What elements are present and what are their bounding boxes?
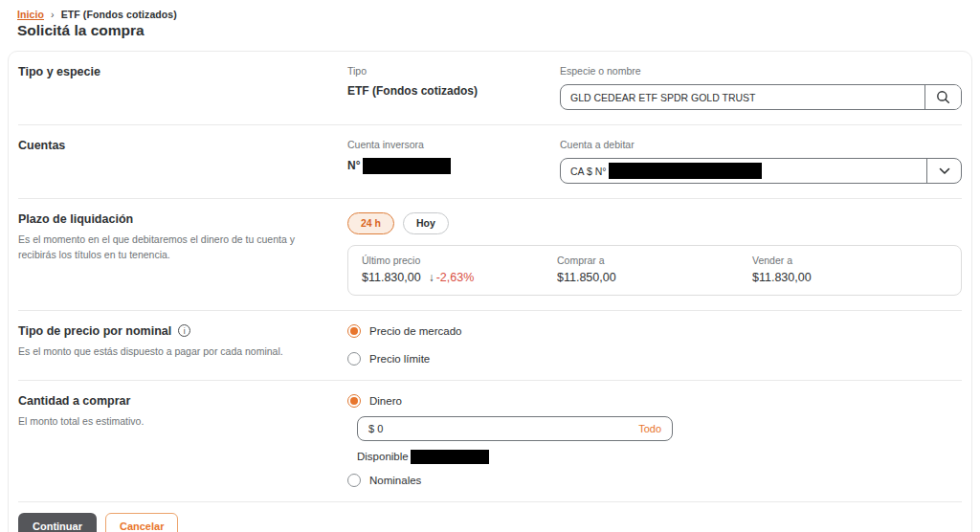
section-plazo-description: Es el momento en el que debitaremos el d… bbox=[18, 233, 324, 263]
radio-unchecked-icon bbox=[347, 352, 361, 366]
cuenta-inversora-field: Cuenta inversora N° bbox=[347, 139, 560, 184]
redacted-account-number bbox=[363, 158, 451, 174]
tipo-precio-options: Precio de mercado Precio límite bbox=[347, 324, 962, 366]
price-ultimo-value: $11.830,00↓-2,63% bbox=[362, 271, 557, 284]
section-tipo-especie-header: Tipo y especie bbox=[18, 65, 347, 110]
disponible-line: Disponible bbox=[357, 450, 962, 464]
amount-value: $ 0 bbox=[368, 423, 383, 434]
todo-button[interactable]: Todo bbox=[638, 423, 661, 434]
breadcrumb-separator-icon: › bbox=[51, 9, 55, 20]
cuenta-debitar-field: Cuenta a debitar CA $ N° bbox=[560, 139, 962, 184]
section-title-cantidad: Cantidad a comprar bbox=[18, 394, 324, 408]
redacted-debit-account bbox=[609, 163, 762, 179]
radio-unchecked-icon bbox=[347, 474, 361, 487]
section-plazo-header: Plazo de liquidación Es el momento en el… bbox=[18, 212, 347, 296]
radio-checked-icon bbox=[347, 324, 361, 338]
especie-search-value: GLD CEDEAR ETF SPDR GOLD TRUST bbox=[561, 85, 924, 109]
arrow-down-icon: ↓ bbox=[429, 271, 434, 284]
cuenta-debitar-label: Cuenta a debitar bbox=[560, 139, 962, 150]
search-button[interactable] bbox=[924, 85, 961, 109]
section-title-plazo: Plazo de liquidación bbox=[18, 212, 324, 226]
cuenta-debitar-select[interactable]: CA $ N° bbox=[560, 158, 962, 184]
section-cuentas: Cuentas Cuenta inversora N° Cuenta a deb… bbox=[18, 125, 962, 199]
info-icon[interactable]: i bbox=[178, 324, 190, 337]
section-cantidad-header: Cantidad a comprar El monto total es est… bbox=[18, 394, 347, 487]
section-plazo: Plazo de liquidación Es el momento en el… bbox=[18, 199, 962, 311]
price-comprar-label: Comprar a bbox=[557, 255, 752, 266]
cuenta-inversora-value: N° bbox=[347, 158, 560, 174]
page-title: Solicitá la compra bbox=[17, 22, 980, 39]
section-cuentas-header: Cuentas bbox=[18, 139, 347, 184]
cuenta-debitar-prefix: CA $ N° bbox=[570, 166, 606, 177]
section-title-cuentas: Cuentas bbox=[18, 139, 324, 152]
tipo-value: ETF (Fondos cotizados) bbox=[347, 84, 560, 98]
breadcrumb-home-link[interactable]: Inicio bbox=[17, 9, 44, 20]
price-vender: Vender a $11.830,00 bbox=[752, 255, 947, 284]
plazo-content: 24 h Hoy Último precio $11.830,00↓-2,63%… bbox=[347, 212, 962, 296]
form-actions: Continuar Cancelar bbox=[18, 502, 962, 532]
section-title-tipo-especie: Tipo y especie bbox=[18, 65, 324, 78]
price-ultimo-amount: $11.830,00 bbox=[362, 271, 421, 284]
cancel-button[interactable]: Cancelar bbox=[105, 513, 178, 532]
cantidad-content: Dinero $ 0 Todo Disponible Nominales bbox=[347, 394, 962, 487]
radio-nominales-label: Nominales bbox=[369, 475, 421, 486]
price-comprar-value: $11.850,00 bbox=[557, 271, 752, 284]
radio-dinero-label: Dinero bbox=[369, 395, 402, 407]
disponible-label: Disponible bbox=[357, 450, 409, 461]
continue-button[interactable]: Continuar bbox=[18, 513, 97, 532]
radio-precio-limite[interactable]: Precio límite bbox=[347, 352, 962, 366]
tipo-field: Tipo ETF (Fondos cotizados) bbox=[347, 65, 560, 110]
search-icon bbox=[936, 90, 950, 104]
section-title-tipo-precio: Tipo de precio por nominal i bbox=[18, 324, 324, 338]
section-tipo-precio-header: Tipo de precio por nominal i Es el monto… bbox=[18, 324, 347, 366]
chip-hoy[interactable]: Hoy bbox=[403, 212, 449, 234]
breadcrumb: Inicio › ETF (Fondos cotizados) bbox=[17, 9, 980, 20]
radio-checked-icon bbox=[347, 394, 361, 408]
tipo-precio-title-text: Tipo de precio por nominal bbox=[18, 324, 171, 338]
price-comprar: Comprar a $11.850,00 bbox=[557, 255, 752, 284]
radio-precio-mercado-label: Precio de mercado bbox=[369, 325, 462, 337]
price-ultimo-label: Último precio bbox=[362, 255, 557, 266]
tipo-label: Tipo bbox=[347, 65, 560, 77]
radio-dinero[interactable]: Dinero bbox=[347, 394, 962, 408]
especie-field: Especie o nombre GLD CEDEAR ETF SPDR GOL… bbox=[560, 65, 962, 110]
order-form-card: Tipo y especie Tipo ETF (Fondos cotizado… bbox=[8, 51, 972, 532]
cuenta-debitar-value: CA $ N° bbox=[561, 159, 926, 183]
section-tipo-precio: Tipo de precio por nominal i Es el monto… bbox=[18, 311, 962, 381]
price-vender-value: $11.830,00 bbox=[752, 271, 947, 284]
radio-precio-mercado[interactable]: Precio de mercado bbox=[347, 324, 962, 338]
price-change-negative: -2,63% bbox=[436, 271, 475, 284]
chip-24h[interactable]: 24 h bbox=[347, 212, 394, 234]
price-vender-label: Vender a bbox=[752, 255, 947, 266]
section-cantidad: Cantidad a comprar El monto total es est… bbox=[18, 381, 962, 502]
section-tipo-especie: Tipo y especie Tipo ETF (Fondos cotizado… bbox=[18, 52, 962, 125]
section-cantidad-description: El monto total es estimativo. bbox=[18, 414, 324, 430]
price-panel: Último precio $11.830,00↓-2,63% Comprar … bbox=[347, 245, 962, 296]
cuenta-inversora-prefix: N° bbox=[347, 159, 360, 172]
radio-nominales[interactable]: Nominales bbox=[347, 474, 962, 487]
breadcrumb-current: ETF (Fondos cotizados) bbox=[61, 9, 177, 20]
page: Inicio › ETF (Fondos cotizados) Solicitá… bbox=[0, 9, 980, 532]
plazo-chip-group: 24 h Hoy bbox=[347, 212, 962, 234]
price-ultimo: Último precio $11.830,00↓-2,63% bbox=[362, 255, 557, 284]
especie-label: Especie o nombre bbox=[560, 65, 962, 77]
especie-search-input[interactable]: GLD CEDEAR ETF SPDR GOLD TRUST bbox=[560, 84, 962, 110]
chevron-down-icon bbox=[926, 159, 961, 183]
redacted-available-balance bbox=[411, 450, 489, 464]
cuenta-inversora-label: Cuenta inversora bbox=[347, 139, 560, 150]
amount-input[interactable]: $ 0 Todo bbox=[357, 416, 673, 441]
section-tipo-precio-description: Es el monto que estás dispuesto a pagar … bbox=[18, 344, 324, 360]
radio-precio-limite-label: Precio límite bbox=[369, 353, 430, 365]
